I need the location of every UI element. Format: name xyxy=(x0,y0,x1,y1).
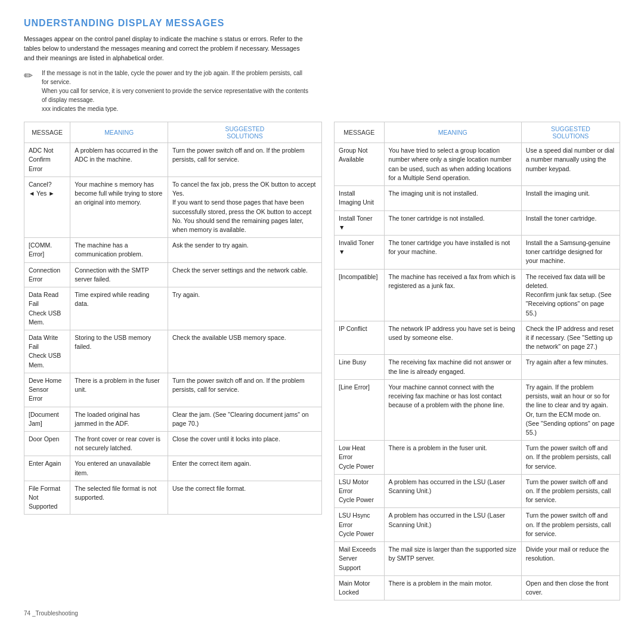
right-col-solutions: SUGGESTEDSOLUTIONS xyxy=(521,122,620,143)
solution-cell: Use a speed dial number or dial a number… xyxy=(521,143,620,186)
meaning-cell: You have tried to select a group locatio… xyxy=(384,143,521,186)
message-cell: ADC Not Confirm Error xyxy=(24,143,70,177)
meaning-cell: There is a problem in the fuser unit. xyxy=(70,373,168,407)
meaning-cell: The machine has a communication problem. xyxy=(70,238,168,262)
solution-cell: Turn the power switch off and on. If the… xyxy=(521,508,620,542)
message-cell: File Format Not Supported xyxy=(24,481,70,515)
message-cell: Data Write Fail Check USB Mem. xyxy=(24,330,70,373)
table-row: ADC Not Confirm ErrorA problem has occur… xyxy=(24,143,322,177)
message-cell: Data Read Fail Check USB Mem. xyxy=(24,287,70,330)
message-cell: Line Busy xyxy=(335,355,385,379)
meaning-cell: The loaded original has jammed in the AD… xyxy=(70,407,168,431)
solution-cell: Check the server settings and the networ… xyxy=(168,262,321,287)
message-cell: Deve Home Sensor Error xyxy=(24,373,70,407)
note-icon: ✏ xyxy=(24,69,37,82)
table-row: Enter AgainYou entered an unavailable it… xyxy=(24,456,322,481)
table-row: Data Write Fail Check USB Mem.Storing to… xyxy=(24,330,322,373)
meaning-cell: A problem has occurred in the LSU (Laser… xyxy=(384,474,521,508)
page-title: UNDERSTANDING DISPLAY MESSAGES xyxy=(24,18,620,29)
meaning-cell: Your machine cannot connect with the rec… xyxy=(384,379,521,440)
meaning-cell: You entered an unavailable item. xyxy=(70,456,168,481)
solution-cell: Turn the power switch off and on. If the… xyxy=(521,441,620,475)
right-table: MESSAGE MEANING SUGGESTEDSOLUTIONS Group… xyxy=(334,122,620,600)
solution-cell: Open and then close the front cover. xyxy=(521,575,620,600)
table-row: Install Imaging UnitThe imaging unit is … xyxy=(335,186,620,210)
meaning-cell: Storing to the USB memory failed. xyxy=(70,330,168,373)
table-row: IP ConflictThe network IP address you ha… xyxy=(335,321,620,355)
solution-cell: Use the correct file format. xyxy=(168,481,321,515)
solution-cell: Turn the power switch off and on. If the… xyxy=(168,373,321,407)
meaning-cell: A problem has occurred in the ADC in the… xyxy=(70,143,168,177)
table-row: Cancel? ◄ Yes ►Your machine s memory has… xyxy=(24,177,322,237)
meaning-cell: The toner cartridge is not installed. xyxy=(384,210,521,235)
meaning-cell: The network IP address you have set is b… xyxy=(384,321,521,355)
table-row: LSU Motor Error Cycle PowerA problem has… xyxy=(335,474,620,508)
message-cell: Install Imaging Unit xyxy=(335,186,385,210)
meaning-cell: The imaging unit is not installed. xyxy=(384,186,521,210)
message-cell: Door Open xyxy=(24,431,70,456)
meaning-cell: Time expired while reading data. xyxy=(70,287,168,330)
message-cell: [Incompatible] xyxy=(335,269,385,321)
table-row: [Document Jam]The loaded original has ja… xyxy=(24,407,322,431)
table-row: Low Heat Error Cycle PowerThere is a pro… xyxy=(335,441,620,475)
note-box: ✏ If the message is not in the table, cy… xyxy=(24,69,310,113)
table-row: [COMM. Error]The machine has a communica… xyxy=(24,238,322,262)
meaning-cell: There is a problem in the fuser unit. xyxy=(384,441,521,475)
table-row: [Line Error]Your machine cannot connect … xyxy=(335,379,620,440)
meaning-cell: Your machine s memory has become full wh… xyxy=(70,177,168,237)
left-table: MESSAGE MEANING SUGGESTEDSOLUTIONS ADC N… xyxy=(24,122,322,515)
message-cell: Install Toner ▼ xyxy=(335,210,385,235)
table-row: Line BusyThe receiving fax machine did n… xyxy=(335,355,620,379)
message-cell: LSU Motor Error Cycle Power xyxy=(335,474,385,508)
message-cell: Main Motor Locked xyxy=(335,575,385,600)
solution-cell: Close the cover until it locks into plac… xyxy=(168,431,321,456)
message-cell: [COMM. Error] xyxy=(24,238,70,262)
meaning-cell: The receiving fax machine did not answer… xyxy=(384,355,521,379)
table-row: [Incompatible]The machine has received a… xyxy=(335,269,620,321)
message-cell: Invalid Toner ▼ xyxy=(335,236,385,270)
table-row: LSU Hsync Error Cycle PowerA problem has… xyxy=(335,508,620,542)
message-cell: [Line Error] xyxy=(335,379,385,440)
right-col-message: MESSAGE xyxy=(335,122,385,143)
table-row: Connection ErrorConnection with the SMTP… xyxy=(24,262,322,287)
solution-cell: Divide your mail or reduce the resolutio… xyxy=(521,542,620,576)
meaning-cell: The toner cartridge you have installed i… xyxy=(384,236,521,270)
message-cell: Group Not Available xyxy=(335,143,385,186)
solution-cell: Check the available USB memory space. xyxy=(168,330,321,373)
meaning-cell: There is a problem in the main motor. xyxy=(384,575,521,600)
left-col-meaning: MEANING xyxy=(70,122,168,143)
main-layout: MESSAGE MEANING SUGGESTEDSOLUTIONS ADC N… xyxy=(24,122,620,600)
solution-cell: Install the imaging unit. xyxy=(521,186,620,210)
solution-cell: To cancel the fax job, press the OK butt… xyxy=(168,177,321,237)
intro-paragraph: Messages appear on the control panel dis… xyxy=(24,35,310,63)
table-row: Invalid Toner ▼The toner cartridge you h… xyxy=(335,236,620,270)
solution-cell: Try again after a few minutes. xyxy=(521,355,620,379)
meaning-cell: Connection with the SMTP server failed. xyxy=(70,262,168,287)
solution-cell: Check the IP address and reset it if nec… xyxy=(521,321,620,355)
meaning-cell: A problem has occurred in the LSU (Laser… xyxy=(384,508,521,542)
table-row: Main Motor LockedThere is a problem in t… xyxy=(335,575,620,600)
message-cell: Cancel? ◄ Yes ► xyxy=(24,177,70,237)
solution-cell: Enter the correct item again. xyxy=(168,456,321,481)
table-row: File Format Not SupportedThe selected fi… xyxy=(24,481,322,515)
right-col-meaning: MEANING xyxy=(384,122,521,143)
message-cell: Enter Again xyxy=(24,456,70,481)
message-cell: LSU Hsync Error Cycle Power xyxy=(335,508,385,542)
meaning-cell: The mail size is larger than the support… xyxy=(384,542,521,576)
message-cell: [Document Jam] xyxy=(24,407,70,431)
left-col-message: MESSAGE xyxy=(24,122,70,143)
message-cell: IP Conflict xyxy=(335,321,385,355)
table-row: Mail Exceeds Server SupportThe mail size… xyxy=(335,542,620,576)
solution-cell: Turn the power switch off and on. If the… xyxy=(168,143,321,177)
note-text: If the message is not in the table, cycl… xyxy=(42,69,310,113)
table-row: Data Read Fail Check USB Mem.Time expire… xyxy=(24,287,322,330)
left-column: MESSAGE MEANING SUGGESTEDSOLUTIONS ADC N… xyxy=(24,122,322,515)
solution-cell: The received fax data will be deleted. R… xyxy=(521,269,620,321)
message-cell: Mail Exceeds Server Support xyxy=(335,542,385,576)
solution-cell: Try again. If the problem persists, wait… xyxy=(521,379,620,440)
table-row: Install Toner ▼The toner cartridge is no… xyxy=(335,210,620,235)
solution-cell: Install the a Samsung-genuine toner cart… xyxy=(521,236,620,270)
solution-cell: Clear the jam. (See "Clearing document j… xyxy=(168,407,321,431)
solution-cell: Install the toner cartridge. xyxy=(521,210,620,235)
page-footer: 74 _Troubleshooting xyxy=(24,610,620,617)
